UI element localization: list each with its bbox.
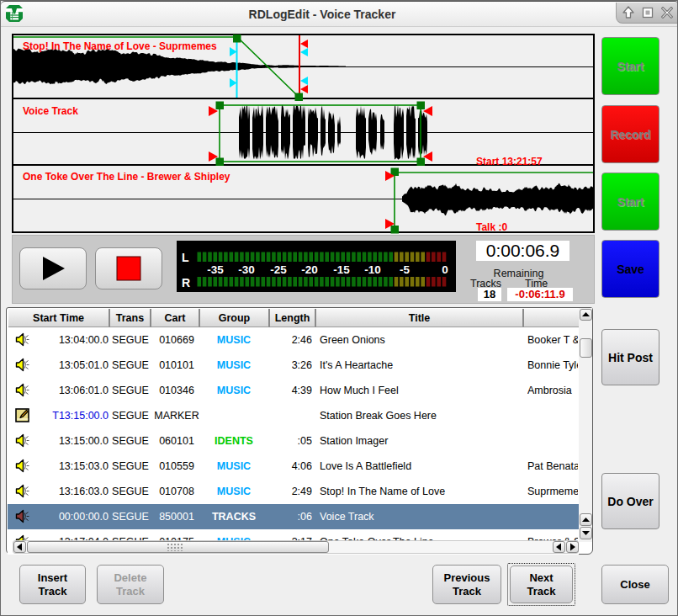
svg-text:-35: -35 (207, 263, 224, 276)
svg-text:-20: -20 (301, 263, 318, 276)
svg-text:0: 0 (442, 263, 448, 276)
svg-text:-5: -5 (400, 263, 410, 276)
svg-text:R: R (182, 276, 190, 289)
svg-text:-15: -15 (333, 263, 350, 276)
svg-text:-30: -30 (238, 263, 255, 276)
svg-text:-10: -10 (364, 263, 381, 276)
svg-text:-25: -25 (270, 263, 287, 276)
svg-text:L: L (182, 251, 189, 264)
